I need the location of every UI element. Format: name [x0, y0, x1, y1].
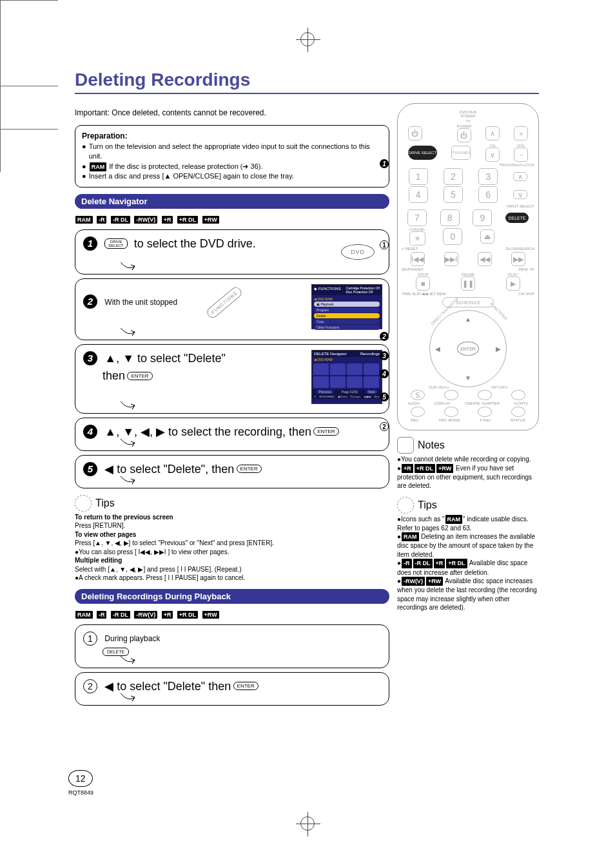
- callout-2: 2: [380, 332, 389, 341]
- main-column: Important: Once deleted, contents cannot…: [75, 103, 389, 709]
- ch-down-button: ∨: [485, 148, 500, 162]
- bottom-button: [478, 407, 492, 417]
- num-1: 1: [409, 168, 428, 185]
- prep-item: Turn on the television and select the ap…: [89, 142, 382, 162]
- tips-right-body: ●Icons such as "RAM" indicate usable dis…: [397, 515, 539, 612]
- tracking-down: ∨: [513, 190, 527, 199]
- step-number-icon: 5: [83, 462, 97, 476]
- tv-power-button: ⏻: [457, 128, 472, 142]
- enter-key-icon: ENTER: [237, 465, 262, 473]
- step-5-text: ◀ to select "Delete", then: [104, 463, 234, 476]
- step-number-circle-icon: 2: [83, 679, 97, 693]
- swoosh-icon: [119, 400, 136, 414]
- callout-5: 5: [380, 392, 389, 401]
- step-3-text-line1: ▲, ▼ to select "Delete": [104, 351, 225, 364]
- eject-button: ⏏: [480, 229, 494, 244]
- disc-badge: -RW(V): [134, 216, 157, 224]
- blank-button: [444, 390, 458, 400]
- disc-badge: -R: [97, 216, 107, 224]
- registration-mark: [291, 32, 324, 52]
- disc-badge: +RW: [202, 611, 219, 619]
- drive-select-key: DRIVE SELECT: [104, 238, 127, 249]
- playback-step-2-box: 2 ◀ to select "Delete" then ENTER: [75, 672, 389, 706]
- step-2-text: With the unit stopped: [104, 297, 177, 306]
- delete-button: DELETE: [505, 213, 529, 223]
- section-header-during-playback: Deleting Recordings During Playback: [75, 589, 389, 604]
- tips-body: To return to the previous screen Press […: [75, 513, 389, 583]
- section-header-delete-navigator: Delete Navigator: [75, 194, 389, 209]
- disc-badge: RAM: [75, 611, 93, 619]
- callout-circle-1: 1: [380, 240, 389, 249]
- remote-control-diagram: 1 1 2 3 4 5 2 DVD/VHS POWER TV ⏻: [397, 103, 539, 430]
- drive-select-button: DRIVE SELECT: [408, 146, 437, 160]
- callout-3: 3: [380, 351, 389, 360]
- swoosh-icon: [119, 327, 136, 341]
- crop-mark: [0, 86, 1, 129]
- ram-badge: RAM: [90, 162, 107, 172]
- step-1-box: 1 DRIVE SELECT to select the DVD drive. …: [75, 229, 389, 275]
- step-number-icon: 4: [83, 425, 97, 439]
- disc-badges-row: RAM -R -R DL -RW(V) +R +R DL +RW: [75, 213, 389, 224]
- disc-badge: -R DL: [111, 216, 130, 224]
- prep-item: If the disc is protected, release protec…: [109, 162, 262, 170]
- swoosh-icon: [119, 692, 136, 706]
- notes-label: Notes: [418, 439, 445, 451]
- num-9: 9: [473, 209, 492, 226]
- tips-heading-right: Tips: [397, 497, 539, 514]
- disc-badge: -R: [97, 611, 107, 619]
- bottom-button: [511, 407, 525, 417]
- disc-badge: -R: [402, 559, 412, 568]
- disc-badge: RAM: [75, 216, 93, 224]
- pause-button: ❚❚: [461, 276, 475, 291]
- step-number-circle-icon: 1: [83, 632, 97, 646]
- callout-1: 1: [380, 159, 389, 168]
- important-note: Important: Once deleted, contents cannot…: [75, 108, 389, 117]
- disc-badge: RAM: [402, 532, 419, 541]
- blank-button: [478, 390, 492, 400]
- num-2: 2: [444, 168, 463, 185]
- disc-badges-row: RAM -R -R DL -RW(V) +R +R DL +RW: [75, 608, 389, 619]
- registration-mark: [291, 816, 324, 836]
- num-4: 4: [409, 186, 428, 203]
- disc-badge: -R DL: [111, 611, 130, 619]
- crop-mark: [0, 1, 1, 43]
- vol-up-button: ＋: [514, 126, 528, 140]
- page-number: 12 RQT8849: [68, 770, 93, 796]
- functions-key-icon: FUNCTIONS: [205, 285, 244, 320]
- disc-badge: +RW: [426, 577, 443, 586]
- disc-badge: +R DL: [177, 216, 198, 224]
- enter-key-icon: ENTER: [233, 682, 259, 690]
- bottom-button: [411, 407, 425, 417]
- step-3-box: 3 ▲, ▼ to select "Delete" then ENTER DEL…: [75, 344, 389, 414]
- s-button: S: [411, 390, 425, 400]
- delete-navigator-thumbnail: DELETE NavigatorRecordings ◀ DVD-RAM Pre…: [311, 350, 382, 404]
- crop-mark: [0, 0, 58, 1]
- preparation-box: Preparation: ●Turn on the television and…: [75, 125, 389, 188]
- cancel-button: ✳: [409, 231, 425, 246]
- tips-label: Tips: [418, 499, 437, 511]
- num-7: 7: [407, 209, 427, 226]
- playback-step-2-text: ◀ to select "Delete" then: [104, 680, 231, 693]
- disc-badge: +R: [162, 611, 173, 619]
- doc-code: RQT8849: [68, 789, 93, 796]
- functions-menu-thumbnail: ◆ FUNCTIONSCartridge Protection OffDisc …: [311, 284, 382, 329]
- prep-item: Insert a disc and press [▲ OPEN/CLOSE] a…: [89, 171, 294, 181]
- swoosh-icon: [119, 261, 136, 275]
- notes-body: ●You cannot delete while recording or co…: [397, 455, 539, 490]
- tv-video-button: TV/VIDEO: [451, 146, 471, 160]
- playback-step-1-text: During playback: [104, 634, 160, 643]
- play-button: ▶: [506, 276, 520, 291]
- side-column: 1 1 2 3 4 5 2 DVD/VHS POWER TV ⏻: [397, 103, 539, 709]
- notes-heading: Notes: [397, 437, 539, 454]
- crop-mark: [0, 129, 58, 130]
- disc-badge: +RW: [436, 464, 453, 473]
- d-pad: DIRECT NAVIGATOR FUNCTIONS ▲▼◀▶ ENTER SU…: [429, 310, 507, 387]
- bottom-button: [444, 407, 458, 417]
- tracking-up: ∧: [513, 172, 527, 181]
- tips-icon: [397, 497, 414, 514]
- disc-badge: +R DL: [415, 464, 435, 473]
- disc-badge: RAM: [445, 515, 463, 524]
- swoosh-icon: [119, 475, 136, 489]
- step-2-box: 2 With the unit stopped FUNCTIONS ◆ FUNC…: [75, 278, 389, 340]
- step-number-icon: 2: [83, 294, 97, 309]
